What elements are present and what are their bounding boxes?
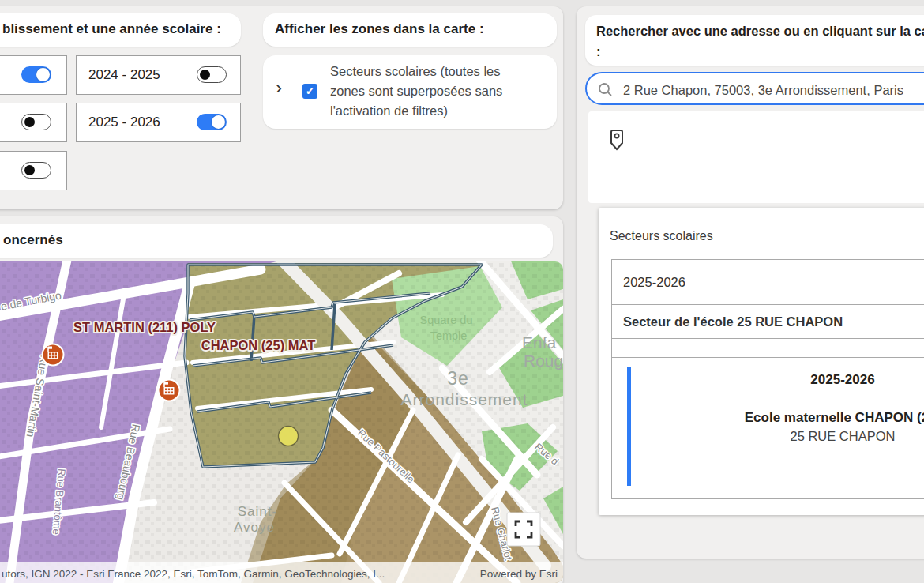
- app-page: blissement et une année scolaire : 2024 …: [0, 0, 924, 583]
- establishment-option-3: [0, 151, 67, 190]
- area-label-square-temple-2: Temple: [430, 329, 468, 342]
- year-toggle-2025-2026[interactable]: [197, 114, 227, 130]
- map-header-label: oncernés: [3, 232, 63, 248]
- map-header: [0, 224, 553, 258]
- layer-label: Secteurs scolaires (toutes les zones son…: [330, 62, 529, 121]
- map-attribution: utors, IGN 2022 - Esri France 2022, Esri…: [0, 562, 563, 583]
- map-canvas[interactable]: e de Turbigo Rue Saint-Martin Rue Brantô…: [0, 261, 563, 583]
- year-option-2024-2025: 2024 - 2025: [76, 55, 241, 95]
- map-pin-icon: [610, 129, 625, 152]
- powered-by-esri[interactable]: Powered by Esri: [480, 568, 558, 580]
- establishment-option-1: [0, 55, 67, 95]
- year-toggle-2024-2025[interactable]: [197, 66, 227, 83]
- filters-header-label: blissement et une année scolaire :: [2, 21, 221, 37]
- address-marker[interactable]: [279, 427, 299, 446]
- year-label: 2025 - 2026: [88, 115, 160, 130]
- toggle-knob: [200, 70, 210, 80]
- results-title: Secteurs scolaires: [610, 229, 713, 243]
- result-school: Ecole maternelle CHAPON (25): [612, 410, 924, 426]
- layer-checkbox[interactable]: ✓: [302, 84, 317, 99]
- school-icon-st-martin[interactable]: [43, 344, 64, 366]
- area-label-square-temple-1: Square du: [420, 314, 473, 326]
- table-row-year: 2025-2026: [612, 260, 924, 305]
- zones-header-label: Afficher les zones dans la carte :: [275, 21, 484, 37]
- area-label-saint-avoye-1: Saint-: [238, 504, 277, 519]
- results-table: 2025-2026 Secteur de l'école 25 RUE CHAP…: [611, 259, 924, 499]
- area-label-enfants-1: Enfa: [522, 333, 557, 352]
- establishment-option-2: [0, 103, 67, 142]
- toggle-knob: [24, 117, 35, 127]
- checkmark-icon: ✓: [306, 85, 315, 97]
- establishment-toggle-1[interactable]: [21, 66, 51, 83]
- area-label-saint-avoye-2: Avoye: [234, 520, 275, 535]
- year-option-2025-2026: 2025 - 2026: [76, 103, 241, 142]
- result-row[interactable]: 2025-2026 Ecole maternelle CHAPON (25) 2…: [612, 358, 924, 498]
- mini-map-area: [588, 111, 924, 203]
- area-label-enfants-2: Roug: [524, 352, 563, 370]
- toggle-knob: [24, 165, 35, 175]
- result-address: 25 RUE CHAPON: [612, 429, 924, 444]
- area-label-arrondissement-1: 3e: [447, 368, 469, 389]
- result-year: 2025-2026: [612, 372, 924, 388]
- year-label: 2024 - 2025: [88, 67, 160, 83]
- area-label-arrondissement-2: Arrondissement: [400, 390, 528, 408]
- chevron-right-icon[interactable]: ›: [276, 81, 282, 95]
- address-search-input[interactable]: [622, 77, 924, 103]
- school-icon-chapon[interactable]: [159, 380, 180, 401]
- fullscreen-button[interactable]: [507, 513, 540, 546]
- table-row-spacer: [612, 339, 924, 358]
- establishment-toggle-3[interactable]: [21, 162, 51, 179]
- table-row-sector: Secteur de l'école 25 RUE CHAPON: [612, 305, 924, 339]
- attribution-text: utors, IGN 2022 - Esri France 2022, Esri…: [2, 568, 385, 580]
- row-sector-value: Secteur de l'école 25 RUE CHAPON: [623, 314, 843, 329]
- search-box: [585, 72, 924, 105]
- toggle-knob: [36, 68, 50, 81]
- establishment-toggle-2[interactable]: [21, 114, 51, 130]
- toggle-knob: [212, 115, 225, 129]
- search-icon: [598, 82, 613, 97]
- map-view[interactable]: e de Turbigo Rue Saint-Martin Rue Brantô…: [0, 261, 563, 583]
- sector-label-st-martin: ST MARTIN (211) POLY: [73, 320, 216, 334]
- results-card: Secteurs scolaires 2025-2026 Secteur de …: [599, 208, 924, 515]
- sector-label-chapon: CHAPON (25) MAT: [201, 338, 316, 352]
- search-header-label: Rechercher avec une adresse ou en cliqua…: [596, 21, 924, 62]
- row-year-value: 2025-2026: [623, 275, 685, 290]
- search-header: Rechercher avec une adresse ou en cliqua…: [585, 15, 924, 66]
